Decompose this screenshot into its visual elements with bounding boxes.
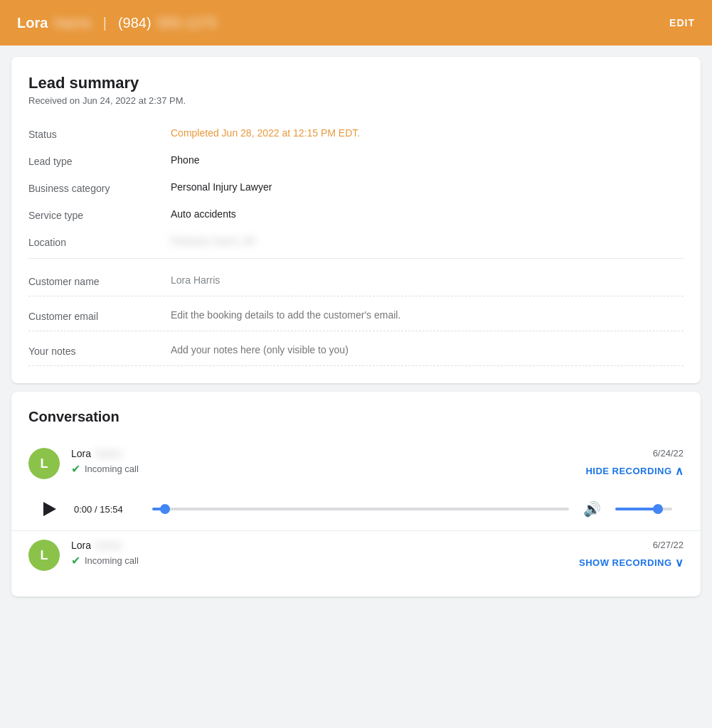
customer-email-label: Customer email [28,305,171,322]
conv-name-row-2: Lora Harris [71,540,568,551]
conv-date-1: 6/24/22 [653,448,684,459]
conv-name-blurred-2: Harris [95,540,122,551]
customer-name-row: Customer name [28,264,684,296]
conv-name-2: Lora [71,540,91,551]
avatar-2: L [28,540,60,571]
customer-name-label: Customer name [28,270,171,287]
service-type-label: Service type [28,208,171,221]
avatar-letter-1: L [41,456,48,471]
lead-type-label: Lead type [28,154,171,167]
edit-button[interactable]: EDIT [669,17,695,28]
show-recording-label: SHOW RECORDING [579,557,672,568]
lead-row-location: Location Parkway Harris, MI [28,228,684,255]
conv-name-blurred-1: Harris [95,448,122,459]
incoming-call-icon-2: ✔ [71,554,80,567]
audio-player: 0:00 / 15:54 🔊 [11,488,701,530]
total-time: 15:54 [100,504,123,515]
lead-rows-section: Status Completed Jun 28, 2022 at 12:15 P… [28,120,684,259]
show-recording-button[interactable]: SHOW RECORDING [579,556,684,569]
business-category-value: Personal Injury Lawyer [171,181,684,193]
progress-thumb [160,504,170,514]
conversation-item-1: L Lora Harris ✔ Incoming call 6/24/22 H [11,439,701,488]
location-blurred: Parkway Harris, MI [171,235,255,247]
header-identity: Lora Harris | (984) 555-1275 [17,15,217,31]
lead-row-category: Business category Personal Injury Lawyer [28,174,684,201]
conv-call-row-2: ✔ Incoming call [71,554,568,567]
lead-received-text: Received on Jun 24, 2022 at 2:37 PM. [28,95,684,106]
header-phone-number: 555-1275 [157,15,218,31]
status-value: Completed Jun 28, 2022 at 12:15 PM EDT. [171,127,684,139]
header-phone-prefix: (984) [118,15,152,31]
header-last-name: Harris [53,15,91,31]
incoming-call-icon-1: ✔ [71,462,80,476]
lead-summary-card: Lead summary Received on Jun 24, 2022 at… [11,57,701,383]
notes-label: Your notes [28,340,171,357]
conv-item-body-2: L Lora Harris ✔ Incoming call 6/27/22 S [28,531,684,579]
conv-call-row-1: ✔ Incoming call [71,462,574,476]
volume-bar[interactable] [615,508,672,510]
main-content: Lead summary Received on Jun 24, 2022 at… [0,46,712,608]
current-time: 0:00 [74,504,92,515]
customer-name-input[interactable] [171,270,684,290]
status-label: Status [28,127,171,140]
conv-name-1: Lora [71,448,91,459]
conv-right-2: 6/27/22 SHOW RECORDING [579,540,684,569]
play-icon [43,502,56,516]
hide-recording-button[interactable]: HIDE RECORDING [585,464,684,478]
business-category-label: Business category [28,181,171,194]
conv-body-1: Lora Harris ✔ Incoming call [71,448,574,476]
conv-date-2: 6/27/22 [653,540,684,550]
conversation-header: Conversation [11,409,701,425]
conversation-card: Conversation L Lora Harris ✔ Incoming ca… [11,392,701,596]
lead-type-value: Phone [171,154,684,166]
header-divider: | [103,15,107,31]
conversation-title: Conversation [28,409,684,425]
customer-email-row: Customer email [28,299,684,331]
volume-icon[interactable]: 🔊 [583,500,601,518]
location-value: Parkway Harris, MI [171,235,684,247]
service-type-value: Auto accidents [171,208,684,220]
conv-body-2: Lora Harris ✔ Incoming call [71,540,568,567]
notes-input[interactable] [171,340,684,360]
hide-recording-label: HIDE RECORDING [585,466,671,476]
location-label: Location [28,235,171,248]
conversation-item-2: L Lora Harris ✔ Incoming call 6/27/22 S [11,531,701,579]
conv-call-label-1: Incoming call [85,464,139,474]
volume-fill [615,508,658,510]
play-button[interactable] [40,499,60,519]
conv-name-row-1: Lora Harris [71,448,574,459]
notes-row: Your notes [28,334,684,366]
header: Lora Harris | (984) 555-1275 EDIT [0,0,712,46]
chevron-down-icon [675,556,684,569]
chevron-up-icon [675,464,684,478]
lead-row-type: Lead type Phone [28,147,684,174]
volume-thumb [653,504,663,514]
conv-item-body-1: L Lora Harris ✔ Incoming call 6/24/22 H [28,439,684,488]
customer-email-input[interactable] [171,305,684,325]
lead-summary-title: Lead summary [28,74,684,92]
lead-row-status: Status Completed Jun 28, 2022 at 12:15 P… [28,120,684,147]
lead-row-service: Service type Auto accidents [28,201,684,228]
header-first-name: Lora [17,15,48,31]
conv-call-label-2: Incoming call [85,555,139,566]
avatar-1: L [28,448,60,479]
time-display: 0:00 / 15:54 [74,504,138,515]
audio-progress-bar[interactable] [152,508,569,510]
avatar-letter-2: L [41,548,48,563]
conv-right-1: 6/24/22 HIDE RECORDING [585,448,684,478]
